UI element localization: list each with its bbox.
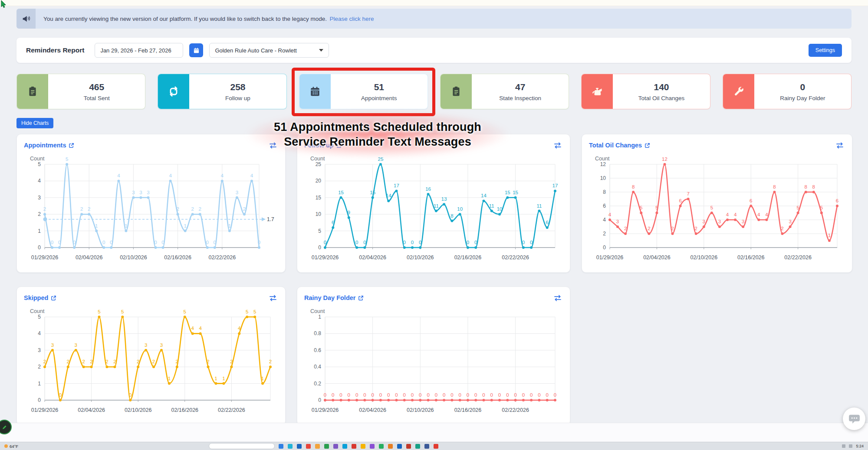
data-point[interactable] (102, 246, 105, 249)
data-point[interactable] (726, 218, 729, 221)
data-point[interactable] (110, 246, 112, 249)
stat-card-state-inspection[interactable]: 47 State Inspection (440, 74, 569, 109)
data-point[interactable] (498, 399, 501, 401)
data-point[interactable] (191, 213, 194, 215)
data-point[interactable] (427, 399, 430, 401)
taskbar-app-icon[interactable] (397, 444, 402, 449)
data-point[interactable] (152, 365, 155, 368)
data-point[interactable] (632, 191, 635, 193)
taskbar-app-icon[interactable] (297, 444, 302, 449)
data-point[interactable] (443, 203, 445, 205)
data-point[interactable] (51, 246, 53, 249)
hide-charts-button[interactable]: Hide Charts (16, 118, 53, 128)
data-point[interactable] (695, 232, 697, 235)
data-point[interactable] (498, 213, 501, 215)
data-point[interactable] (206, 246, 209, 249)
taskbar-app-icon[interactable] (424, 444, 429, 449)
data-point[interactable] (411, 399, 414, 401)
data-point[interactable] (781, 232, 784, 235)
taskbar-app-icon[interactable] (352, 444, 356, 449)
data-point[interactable] (616, 225, 619, 228)
data-point[interactable] (221, 179, 224, 182)
data-point[interactable] (184, 230, 187, 232)
banner-legacy-link[interactable]: Please click here (330, 16, 374, 22)
data-point[interactable] (538, 399, 540, 401)
data-point[interactable] (82, 365, 85, 368)
calendar-button[interactable] (189, 43, 203, 57)
data-point[interactable] (348, 399, 350, 401)
data-point[interactable] (718, 225, 721, 228)
data-point[interactable] (348, 216, 350, 219)
data-point[interactable] (679, 205, 682, 207)
data-point[interactable] (514, 399, 517, 401)
data-point[interactable] (129, 399, 132, 401)
taskbar-app-icon[interactable] (361, 444, 365, 449)
data-point[interactable] (132, 196, 135, 199)
data-point[interactable] (750, 205, 752, 207)
data-point[interactable] (624, 232, 627, 235)
data-point[interactable] (490, 399, 493, 401)
data-point[interactable] (474, 246, 477, 249)
data-point[interactable] (812, 191, 815, 193)
data-point[interactable] (105, 365, 108, 368)
data-point[interactable] (169, 179, 172, 182)
data-point[interactable] (467, 246, 469, 249)
data-point[interactable] (648, 232, 650, 235)
data-point[interactable] (228, 230, 231, 232)
stat-card-total-oil-changes[interactable]: 140 Total Oil Changes (581, 74, 710, 109)
data-point[interactable] (177, 213, 179, 215)
data-point[interactable] (269, 365, 272, 368)
data-point[interactable] (435, 210, 437, 212)
data-point[interactable] (554, 189, 556, 192)
stat-card-appointments[interactable]: 51 Appointments (299, 74, 428, 109)
data-point[interactable] (139, 196, 142, 199)
data-point[interactable] (757, 218, 760, 221)
skipped-swap-button[interactable] (268, 294, 278, 302)
tray-icon[interactable] (849, 444, 852, 448)
taskbar-app-icon[interactable] (388, 444, 393, 449)
taskbar-search[interactable] (209, 443, 275, 449)
data-point[interactable] (117, 179, 120, 182)
data-point[interactable] (214, 382, 217, 385)
follow-up-title-link[interactable]: Follow up (304, 142, 342, 149)
data-point[interactable] (236, 196, 238, 199)
data-point[interactable] (773, 191, 776, 193)
data-point[interactable] (419, 399, 421, 401)
taskbar-app-icon[interactable] (379, 444, 384, 449)
data-point[interactable] (261, 382, 264, 385)
data-point[interactable] (355, 399, 358, 401)
data-point[interactable] (58, 246, 61, 249)
settings-button[interactable]: Settings (809, 44, 842, 57)
data-point[interactable] (530, 246, 533, 249)
data-point[interactable] (207, 365, 210, 368)
data-point[interactable] (162, 246, 164, 249)
taskbar-app-icon[interactable] (324, 444, 329, 449)
stat-card-rainy-day-folder[interactable]: 0 Rainy Day Folder (723, 74, 852, 109)
data-point[interactable] (506, 399, 509, 401)
stat-card-follow-up[interactable]: 258 Follow up (158, 74, 286, 109)
data-point[interactable] (395, 189, 398, 192)
appointments-title-link[interactable]: Appointments (24, 142, 74, 149)
data-point[interactable] (199, 213, 201, 215)
data-point[interactable] (88, 213, 90, 215)
stat-card-total-sent[interactable]: 465 Total Sent (16, 74, 145, 109)
data-point[interactable] (363, 399, 366, 401)
data-point[interactable] (95, 230, 98, 232)
data-point[interactable] (710, 212, 713, 214)
data-point[interactable] (608, 218, 611, 221)
data-point[interactable] (490, 210, 493, 212)
data-point[interactable] (145, 349, 147, 352)
date-range-input[interactable] (95, 43, 183, 58)
data-point[interactable] (191, 332, 194, 335)
data-point[interactable] (324, 399, 326, 401)
data-point[interactable] (765, 218, 768, 221)
data-point[interactable] (554, 399, 556, 401)
data-point[interactable] (43, 365, 46, 368)
data-point[interactable] (199, 332, 202, 335)
data-point[interactable] (828, 239, 831, 242)
data-point[interactable] (663, 163, 666, 166)
data-point[interactable] (73, 246, 76, 249)
data-point[interactable] (546, 226, 549, 229)
data-point[interactable] (474, 399, 477, 401)
data-point[interactable] (797, 212, 799, 214)
